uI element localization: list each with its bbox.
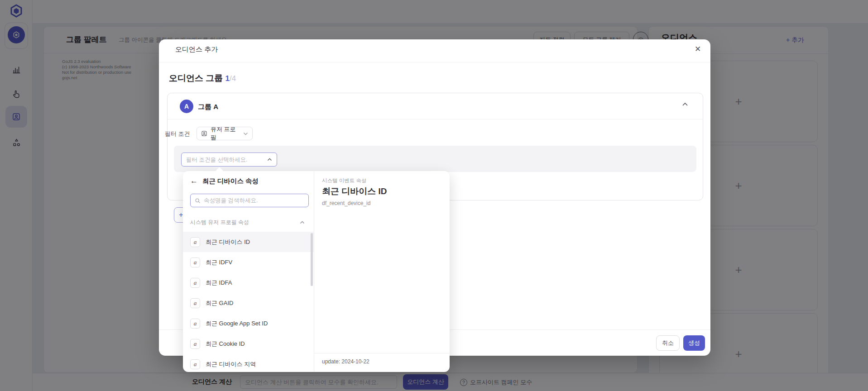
attribute-update-date: update: 2024-10-22 xyxy=(322,358,369,365)
attribute-list-item[interactable]: a 최근 디바이스 지역 xyxy=(183,354,314,372)
attribute-type-icon: a xyxy=(190,339,200,349)
attribute-list: a 최근 디바이스 ID a 최근 IDFV a 최근 IDFA a 최근 GA… xyxy=(183,232,314,372)
attribute-label: 최근 디바이스 ID xyxy=(206,238,250,246)
attribute-section-header[interactable]: 시스템 유저 프로필 속성 xyxy=(190,216,305,228)
create-button[interactable]: 생성 xyxy=(683,335,705,351)
close-icon[interactable]: ✕ xyxy=(695,44,701,54)
search-icon xyxy=(195,198,201,204)
attribute-type-icon: a xyxy=(190,359,200,369)
attribute-type-icon: a xyxy=(190,278,200,288)
scrollbar-thumb[interactable] xyxy=(311,233,313,286)
attribute-label: 최근 IDFV xyxy=(206,258,232,267)
attribute-type-icon: a xyxy=(190,237,200,247)
attribute-label: 최근 IDFA xyxy=(206,279,232,287)
attribute-list-item[interactable]: a 최근 Google App Set ID xyxy=(183,313,314,334)
attribute-search-input[interactable] xyxy=(204,197,304,204)
app-root: ← 오디언스 생성 임시저장 퍼블리시 그룹 팔레트 그룹 아이콘을 클릭해 드… xyxy=(0,0,868,391)
attribute-list-item[interactable]: a 최근 IDFV xyxy=(183,252,314,272)
attribute-list-item[interactable]: a 최근 IDFA xyxy=(183,272,314,293)
attribute-type-icon: a xyxy=(190,319,200,329)
attribute-list-item[interactable]: a 최근 Cookie ID xyxy=(183,334,314,354)
attribute-name: 최근 디바이스 ID xyxy=(322,186,387,197)
attribute-dropdown: ← 최근 디바이스 속성 시스템 유저 프로필 속성 a 최근 디바이 xyxy=(183,171,450,372)
group-card-divider xyxy=(168,119,703,119)
filter-type-value: 유저 프로필 xyxy=(211,125,240,142)
attribute-code: df_recent_device_id xyxy=(322,200,370,206)
chevron-up-icon xyxy=(300,221,305,224)
attribute-label: 최근 Google App Set ID xyxy=(206,319,268,328)
attribute-list-item[interactable]: a 최근 디바이스 ID xyxy=(183,232,314,252)
audience-group-heading: 오디언스 그룹 1/4 xyxy=(169,72,236,84)
attribute-list-item[interactable]: a 최근 GAID xyxy=(183,293,314,313)
chevron-up-icon xyxy=(267,158,272,161)
attribute-label: 최근 디바이스 지역 xyxy=(206,360,256,368)
user-profile-icon xyxy=(201,130,207,137)
group-count: 1/4 xyxy=(225,74,236,83)
filter-type-select[interactable]: 유저 프로필 xyxy=(197,127,253,140)
filter-condition-label: 필터 조건 xyxy=(165,130,190,138)
attribute-type-icon: a xyxy=(190,257,200,267)
attribute-label: 최근 GAID xyxy=(206,299,233,307)
attribute-category: 시스템 이벤트 속성 xyxy=(322,177,366,184)
attribute-detail-column: 시스템 이벤트 속성 최근 디바이스 ID df_recent_device_i… xyxy=(314,171,450,372)
section-label: 시스템 유저 프로필 속성 xyxy=(190,219,249,226)
attribute-search-box xyxy=(190,194,309,207)
filter-condition-input[interactable] xyxy=(186,157,267,163)
cancel-button[interactable]: 취소 xyxy=(656,335,680,351)
chevron-down-icon xyxy=(243,132,248,135)
plus-icon: + xyxy=(179,211,183,219)
modal-header-divider xyxy=(159,62,710,62)
group-name: 그룹 A xyxy=(198,103,218,111)
attribute-type-icon: a xyxy=(190,298,200,308)
chevron-up-icon[interactable] xyxy=(682,102,688,106)
attribute-list-column: ← 최근 디바이스 속성 시스템 유저 프로필 속성 a 최근 디바이 xyxy=(183,171,314,372)
attribute-label: 최근 Cookie ID xyxy=(206,340,245,348)
detail-divider xyxy=(314,353,450,353)
filter-condition-select[interactable] xyxy=(181,153,277,167)
group-avatar: A xyxy=(180,100,193,113)
back-icon[interactable]: ← xyxy=(190,176,198,186)
dropdown-title: 최근 디바이스 속성 xyxy=(202,177,259,186)
modal-title: 오디언스 추가 xyxy=(175,45,218,54)
